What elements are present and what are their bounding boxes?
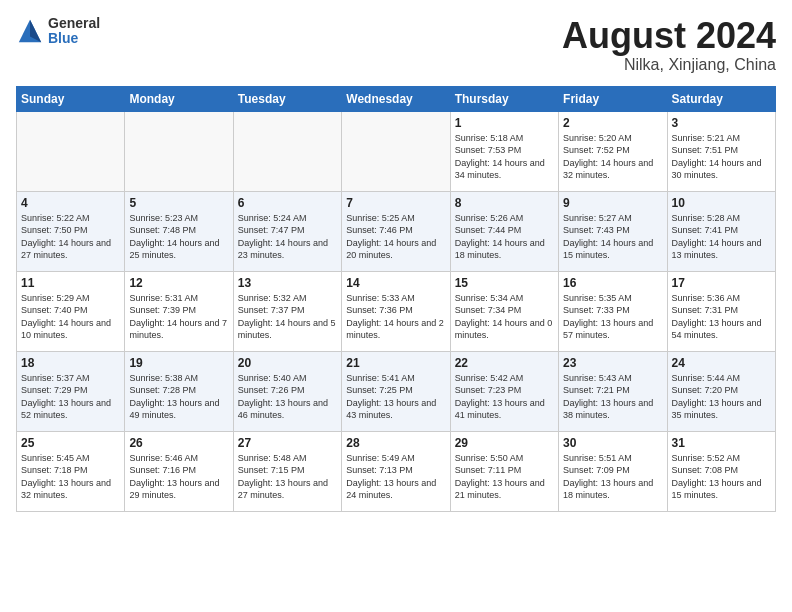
day-info: Sunrise: 5:25 AM Sunset: 7:46 PM Dayligh… bbox=[346, 212, 445, 262]
day-number: 27 bbox=[238, 436, 337, 450]
day-number: 3 bbox=[672, 116, 771, 130]
day-info: Sunrise: 5:21 AM Sunset: 7:51 PM Dayligh… bbox=[672, 132, 771, 182]
calendar-week-2: 4 Sunrise: 5:22 AM Sunset: 7:50 PM Dayli… bbox=[17, 191, 776, 271]
calendar-cell: 25 Sunrise: 5:45 AM Sunset: 7:18 PM Dayl… bbox=[17, 431, 125, 511]
day-number: 8 bbox=[455, 196, 554, 210]
day-info: Sunrise: 5:51 AM Sunset: 7:09 PM Dayligh… bbox=[563, 452, 662, 502]
day-info: Sunrise: 5:37 AM Sunset: 7:29 PM Dayligh… bbox=[21, 372, 120, 422]
day-number: 1 bbox=[455, 116, 554, 130]
day-info: Sunrise: 5:45 AM Sunset: 7:18 PM Dayligh… bbox=[21, 452, 120, 502]
calendar-cell: 24 Sunrise: 5:44 AM Sunset: 7:20 PM Dayl… bbox=[667, 351, 775, 431]
calendar-cell: 29 Sunrise: 5:50 AM Sunset: 7:11 PM Dayl… bbox=[450, 431, 558, 511]
col-monday: Monday bbox=[125, 86, 233, 111]
calendar-cell: 15 Sunrise: 5:34 AM Sunset: 7:34 PM Dayl… bbox=[450, 271, 558, 351]
day-info: Sunrise: 5:50 AM Sunset: 7:11 PM Dayligh… bbox=[455, 452, 554, 502]
day-info: Sunrise: 5:52 AM Sunset: 7:08 PM Dayligh… bbox=[672, 452, 771, 502]
day-info: Sunrise: 5:41 AM Sunset: 7:25 PM Dayligh… bbox=[346, 372, 445, 422]
col-wednesday: Wednesday bbox=[342, 86, 450, 111]
calendar-cell: 23 Sunrise: 5:43 AM Sunset: 7:21 PM Dayl… bbox=[559, 351, 667, 431]
day-info: Sunrise: 5:24 AM Sunset: 7:47 PM Dayligh… bbox=[238, 212, 337, 262]
logo-blue-text: Blue bbox=[48, 31, 100, 46]
calendar-cell: 5 Sunrise: 5:23 AM Sunset: 7:48 PM Dayli… bbox=[125, 191, 233, 271]
day-info: Sunrise: 5:22 AM Sunset: 7:50 PM Dayligh… bbox=[21, 212, 120, 262]
calendar-cell: 13 Sunrise: 5:32 AM Sunset: 7:37 PM Dayl… bbox=[233, 271, 341, 351]
day-info: Sunrise: 5:26 AM Sunset: 7:44 PM Dayligh… bbox=[455, 212, 554, 262]
day-number: 28 bbox=[346, 436, 445, 450]
day-info: Sunrise: 5:42 AM Sunset: 7:23 PM Dayligh… bbox=[455, 372, 554, 422]
logo-icon bbox=[16, 17, 44, 45]
calendar-cell: 27 Sunrise: 5:48 AM Sunset: 7:15 PM Dayl… bbox=[233, 431, 341, 511]
day-info: Sunrise: 5:27 AM Sunset: 7:43 PM Dayligh… bbox=[563, 212, 662, 262]
day-number: 9 bbox=[563, 196, 662, 210]
logo-text: General Blue bbox=[48, 16, 100, 47]
day-number: 30 bbox=[563, 436, 662, 450]
day-number: 20 bbox=[238, 356, 337, 370]
day-info: Sunrise: 5:33 AM Sunset: 7:36 PM Dayligh… bbox=[346, 292, 445, 342]
day-number: 10 bbox=[672, 196, 771, 210]
day-number: 7 bbox=[346, 196, 445, 210]
day-info: Sunrise: 5:40 AM Sunset: 7:26 PM Dayligh… bbox=[238, 372, 337, 422]
calendar-cell: 28 Sunrise: 5:49 AM Sunset: 7:13 PM Dayl… bbox=[342, 431, 450, 511]
day-number: 6 bbox=[238, 196, 337, 210]
calendar-cell: 2 Sunrise: 5:20 AM Sunset: 7:52 PM Dayli… bbox=[559, 111, 667, 191]
calendar-cell: 7 Sunrise: 5:25 AM Sunset: 7:46 PM Dayli… bbox=[342, 191, 450, 271]
page-container: General Blue August 2024 Nilka, Xinjiang… bbox=[16, 16, 776, 512]
calendar-cell bbox=[342, 111, 450, 191]
day-number: 14 bbox=[346, 276, 445, 290]
location: Nilka, Xinjiang, China bbox=[562, 56, 776, 74]
day-info: Sunrise: 5:35 AM Sunset: 7:33 PM Dayligh… bbox=[563, 292, 662, 342]
col-sunday: Sunday bbox=[17, 86, 125, 111]
calendar-week-1: 1 Sunrise: 5:18 AM Sunset: 7:53 PM Dayli… bbox=[17, 111, 776, 191]
day-number: 22 bbox=[455, 356, 554, 370]
calendar-cell: 21 Sunrise: 5:41 AM Sunset: 7:25 PM Dayl… bbox=[342, 351, 450, 431]
calendar-cell: 18 Sunrise: 5:37 AM Sunset: 7:29 PM Dayl… bbox=[17, 351, 125, 431]
calendar-cell bbox=[125, 111, 233, 191]
calendar-cell: 4 Sunrise: 5:22 AM Sunset: 7:50 PM Dayli… bbox=[17, 191, 125, 271]
day-info: Sunrise: 5:32 AM Sunset: 7:37 PM Dayligh… bbox=[238, 292, 337, 342]
day-info: Sunrise: 5:29 AM Sunset: 7:40 PM Dayligh… bbox=[21, 292, 120, 342]
day-number: 17 bbox=[672, 276, 771, 290]
calendar-cell: 30 Sunrise: 5:51 AM Sunset: 7:09 PM Dayl… bbox=[559, 431, 667, 511]
day-number: 31 bbox=[672, 436, 771, 450]
day-number: 15 bbox=[455, 276, 554, 290]
day-number: 21 bbox=[346, 356, 445, 370]
calendar-cell: 9 Sunrise: 5:27 AM Sunset: 7:43 PM Dayli… bbox=[559, 191, 667, 271]
calendar-cell bbox=[17, 111, 125, 191]
day-number: 2 bbox=[563, 116, 662, 130]
day-info: Sunrise: 5:49 AM Sunset: 7:13 PM Dayligh… bbox=[346, 452, 445, 502]
day-info: Sunrise: 5:18 AM Sunset: 7:53 PM Dayligh… bbox=[455, 132, 554, 182]
calendar-cell: 12 Sunrise: 5:31 AM Sunset: 7:39 PM Dayl… bbox=[125, 271, 233, 351]
calendar-week-3: 11 Sunrise: 5:29 AM Sunset: 7:40 PM Dayl… bbox=[17, 271, 776, 351]
title-block: August 2024 Nilka, Xinjiang, China bbox=[562, 16, 776, 74]
logo-general-text: General bbox=[48, 16, 100, 31]
day-info: Sunrise: 5:44 AM Sunset: 7:20 PM Dayligh… bbox=[672, 372, 771, 422]
day-info: Sunrise: 5:23 AM Sunset: 7:48 PM Dayligh… bbox=[129, 212, 228, 262]
day-info: Sunrise: 5:36 AM Sunset: 7:31 PM Dayligh… bbox=[672, 292, 771, 342]
day-number: 18 bbox=[21, 356, 120, 370]
day-info: Sunrise: 5:34 AM Sunset: 7:34 PM Dayligh… bbox=[455, 292, 554, 342]
day-number: 13 bbox=[238, 276, 337, 290]
day-number: 25 bbox=[21, 436, 120, 450]
day-info: Sunrise: 5:28 AM Sunset: 7:41 PM Dayligh… bbox=[672, 212, 771, 262]
calendar-cell: 8 Sunrise: 5:26 AM Sunset: 7:44 PM Dayli… bbox=[450, 191, 558, 271]
calendar-cell: 14 Sunrise: 5:33 AM Sunset: 7:36 PM Dayl… bbox=[342, 271, 450, 351]
day-info: Sunrise: 5:31 AM Sunset: 7:39 PM Dayligh… bbox=[129, 292, 228, 342]
calendar-cell: 26 Sunrise: 5:46 AM Sunset: 7:16 PM Dayl… bbox=[125, 431, 233, 511]
logo: General Blue bbox=[16, 16, 100, 47]
day-number: 11 bbox=[21, 276, 120, 290]
month-year: August 2024 bbox=[562, 16, 776, 56]
calendar-cell: 31 Sunrise: 5:52 AM Sunset: 7:08 PM Dayl… bbox=[667, 431, 775, 511]
calendar-table: Sunday Monday Tuesday Wednesday Thursday… bbox=[16, 86, 776, 512]
col-saturday: Saturday bbox=[667, 86, 775, 111]
day-info: Sunrise: 5:43 AM Sunset: 7:21 PM Dayligh… bbox=[563, 372, 662, 422]
col-friday: Friday bbox=[559, 86, 667, 111]
calendar-cell: 22 Sunrise: 5:42 AM Sunset: 7:23 PM Dayl… bbox=[450, 351, 558, 431]
day-number: 5 bbox=[129, 196, 228, 210]
day-number: 24 bbox=[672, 356, 771, 370]
day-number: 4 bbox=[21, 196, 120, 210]
calendar-cell: 11 Sunrise: 5:29 AM Sunset: 7:40 PM Dayl… bbox=[17, 271, 125, 351]
day-number: 29 bbox=[455, 436, 554, 450]
day-info: Sunrise: 5:20 AM Sunset: 7:52 PM Dayligh… bbox=[563, 132, 662, 182]
header-row: Sunday Monday Tuesday Wednesday Thursday… bbox=[17, 86, 776, 111]
calendar-cell: 20 Sunrise: 5:40 AM Sunset: 7:26 PM Dayl… bbox=[233, 351, 341, 431]
